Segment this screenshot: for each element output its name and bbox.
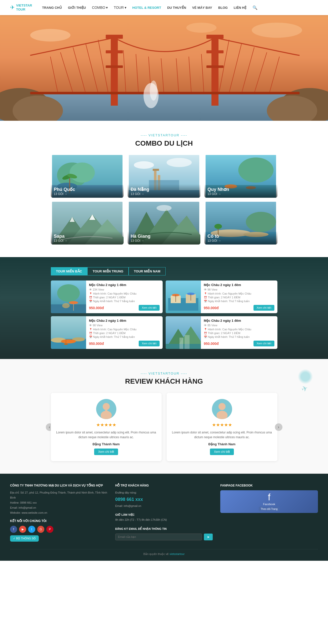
review-author-0: Đặng Thành Nam bbox=[56, 442, 157, 446]
review-btn-0[interactable]: Xem chi tiết bbox=[94, 449, 118, 455]
combo-card-count-1: 13 GÓI → bbox=[131, 192, 197, 196]
svg-point-77 bbox=[57, 284, 80, 302]
tour-views-3: 👁 85 View bbox=[204, 324, 274, 327]
tour-card-footer-1: 950.000đ Xem chi tiết bbox=[204, 305, 274, 311]
tour-card-title-3: Mộc Châu 2 ngày 1 đêm bbox=[204, 319, 274, 323]
svg-point-109 bbox=[218, 403, 226, 410]
tab-mien-trung[interactable]: TOUR MIỀN TRUNG bbox=[87, 267, 129, 275]
tour-meta-thoi-gian-0: ⏰ Thời gian: 2 NGÀY 1 ĐÊM bbox=[89, 296, 160, 299]
eye-icon-3: 👁 bbox=[204, 324, 207, 327]
tour-img-svg-1 bbox=[166, 280, 201, 313]
svg-point-70 bbox=[246, 212, 276, 232]
footer-link[interactable]: vietsstartour bbox=[169, 552, 185, 555]
nav-trang-chu[interactable]: TRANG CHỦ bbox=[42, 6, 62, 10]
hero-section bbox=[0, 15, 328, 121]
footer-col2-title: HỖ TRỢ KHÁCH HÀNG bbox=[115, 484, 213, 487]
svg-rect-34 bbox=[30, 92, 300, 94]
combo-card-overlay-3: Sapa 13 GÓI → bbox=[51, 231, 124, 245]
footer-grid: CÔNG TY TNHH THƯƠNG MẠI DU LỊCH VÀ DỊCH … bbox=[10, 484, 318, 542]
eye-icon-1: 👁 bbox=[204, 288, 207, 291]
footer-col-1: CÔNG TY TNHH THƯƠNG MẠI DU LỊCH VÀ DỊCH … bbox=[10, 484, 108, 542]
tour-btn-1[interactable]: Xem chi tiết bbox=[253, 305, 274, 311]
search-icon[interactable]: 🔍 bbox=[252, 5, 258, 10]
combo-card-count-5: 13 GÓI → bbox=[207, 239, 274, 243]
review-card-1: ★★★★★ Lorem ipsum dolor sit amet, consec… bbox=[167, 393, 277, 461]
facebook-large-icon: f bbox=[268, 492, 270, 503]
footer-col-2: HỖ TRỢ KHÁCH HÀNG Đường dây nóng: 0898 6… bbox=[115, 484, 213, 542]
svg-point-51 bbox=[134, 161, 154, 169]
review-avatar-0 bbox=[96, 399, 116, 419]
combo-card-3[interactable]: Sapa 13 GÓI → bbox=[51, 202, 124, 245]
review-avatar-1 bbox=[212, 399, 232, 419]
footer-copyright: Bản quyền thuộc về vietsstartour bbox=[143, 552, 185, 555]
tour-card-img-1 bbox=[166, 280, 201, 313]
facebook-social-btn[interactable]: f bbox=[10, 526, 17, 533]
tour-price-0: 950.000đ bbox=[89, 306, 104, 310]
tour-btn-2[interactable]: Xem chi tiết bbox=[139, 341, 159, 346]
nav-ve-may-bay[interactable]: VÉ MÁY BAY bbox=[192, 6, 212, 10]
svg-point-39 bbox=[69, 163, 95, 183]
svg-rect-11 bbox=[106, 50, 123, 53]
svg-rect-12 bbox=[106, 65, 123, 68]
review-author-1: Đặng Thành Nam bbox=[172, 442, 272, 446]
badge-icon: ✓ bbox=[13, 537, 15, 540]
tab-mien-nam[interactable]: TOUR MIỀN NAM bbox=[129, 267, 166, 275]
tour-btn-3[interactable]: Xem chi tiết bbox=[253, 341, 274, 346]
google-social-btn[interactable]: G bbox=[37, 526, 44, 533]
tour-views-1: 👁 98 View bbox=[204, 288, 274, 291]
footer-fb-box[interactable]: f Facebook Theo dõi Trang bbox=[220, 490, 318, 513]
tour-btn-0[interactable]: Xem chi tiết bbox=[139, 305, 159, 311]
tour-card-footer-0: 950.000đ Xem chi tiết bbox=[89, 305, 160, 311]
tour-meta-hanh-trinh-0: 📍 Hành trình: Cao Nguyên Mộc Châu bbox=[89, 292, 160, 295]
tour-views-2: 👁 90 View bbox=[89, 324, 160, 327]
combo-card-1[interactable]: Đà Nẵng 13 GÓI → bbox=[128, 155, 200, 198]
combo-title: COMBO DU LỊCH bbox=[10, 139, 318, 147]
logo[interactable]: ✈ VIETSTAR TOUR bbox=[10, 4, 32, 11]
footer-connect-title: KẾT NỐI VỚI CHÚNG TÔI bbox=[10, 519, 108, 523]
calendar-icon-2: 📅 bbox=[89, 336, 92, 338]
nav-tour[interactable]: TOUR ▾ bbox=[114, 6, 126, 10]
svg-point-75 bbox=[214, 224, 222, 229]
nav-blog[interactable]: BLOG bbox=[218, 6, 228, 10]
combo-card-name-5: Cô tô bbox=[207, 234, 274, 239]
tour-section: TOUR MIỀN BẮC TOUR MIỀN TRUNG TOUR MIỀN … bbox=[0, 257, 328, 359]
nav-lien-he[interactable]: LIÊN HỆ bbox=[234, 6, 246, 10]
combo-card-name-3: Sapa bbox=[54, 234, 121, 239]
footer-email-submit[interactable]: ➤ bbox=[204, 534, 213, 540]
pinterest-social-btn[interactable]: P bbox=[46, 526, 53, 533]
eye-icon-0: 👁 bbox=[89, 288, 92, 291]
review-section: ✈ ---- VIETSTARTOUR ---- REVIEW KHÁCH HÀ… bbox=[0, 359, 328, 474]
combo-card-overlay-2: Quy Nhơn 13 GÓI → bbox=[204, 184, 277, 198]
tour-card-footer-2: 950.000đ Xem chi tiết bbox=[89, 341, 160, 346]
nav-combo[interactable]: COMBO ▾ bbox=[92, 6, 108, 10]
svg-point-94 bbox=[61, 339, 76, 343]
combo-card-0[interactable]: Phú Quốc 13 GÓI → bbox=[51, 155, 124, 198]
review-btn-1[interactable]: Xem chi tiết bbox=[210, 449, 234, 455]
combo-card-overlay-5: Cô tô 13 GÓI → bbox=[204, 231, 277, 245]
svg-point-3 bbox=[186, 23, 216, 33]
footer-email-input[interactable] bbox=[115, 534, 202, 540]
combo-card-4[interactable]: Hà Giang 13 GÓI → bbox=[128, 202, 200, 245]
twitter-social-btn[interactable]: t bbox=[28, 526, 35, 533]
youtube-social-btn[interactable]: ▶ bbox=[19, 526, 26, 533]
logo-text-line2: TOUR bbox=[16, 8, 32, 12]
svg-point-96 bbox=[64, 343, 68, 345]
combo-card-2[interactable]: Quy Nhơn 13 GÓI → bbox=[204, 155, 277, 198]
nav-hotel-resort[interactable]: HOTEL & RESORT bbox=[132, 6, 161, 10]
combo-grid: Phú Quốc 13 GÓI → bbox=[51, 155, 277, 245]
logo-icon: ✈ bbox=[10, 4, 15, 11]
tour-img-svg-3 bbox=[166, 316, 201, 349]
review-next-button[interactable]: › bbox=[275, 423, 282, 431]
footer-bottom: Bản quyền thuộc về vietsstartour bbox=[10, 549, 318, 556]
tour-card-footer-3: 950.000đ Xem chi tiết bbox=[204, 341, 274, 346]
nav-du-thuyen[interactable]: DU THUYỀN bbox=[167, 6, 186, 10]
clock-icon-3: ⏰ bbox=[204, 332, 207, 335]
footer-hotline: Hotline: 0898 661 xxx bbox=[10, 500, 108, 505]
facebook-follow-btn[interactable]: Theo dõi Trang bbox=[259, 507, 280, 511]
main-nav: TRANG CHỦ GIỚI THIỆU COMBO ▾ TOUR ▾ HOTE… bbox=[42, 5, 318, 10]
footer-col3-title: FANPAGE FACEBOOK bbox=[220, 484, 318, 487]
combo-card-5[interactable]: Cô tô 13 GÓI → bbox=[204, 202, 277, 245]
svg-rect-13 bbox=[211, 35, 218, 106]
tab-mien-bac[interactable]: TOUR MIỀN BẮC bbox=[51, 267, 87, 275]
nav-gioi-thieu[interactable]: GIỚI THIỆU bbox=[68, 6, 86, 10]
